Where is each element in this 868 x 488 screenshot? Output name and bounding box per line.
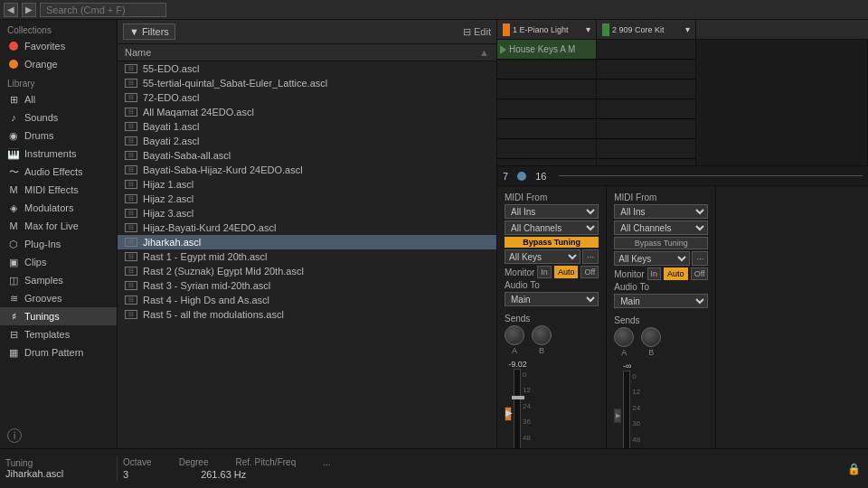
list-item[interactable]: ⊟Bayati-Saba-Hijaz-Kurd 24EDO.ascl [118, 163, 496, 177]
sidebar-item-drums[interactable]: ◉ Drums [0, 127, 117, 145]
list-item[interactable]: ⊟Rast 5 - all the modulations.ascl [118, 307, 496, 322]
clip-slot-2-6[interactable] [597, 139, 695, 159]
send-b-knob-1[interactable] [532, 325, 552, 345]
list-item[interactable]: ⊟Rast 1 - Egypt mid 20th.ascl [118, 249, 496, 264]
clip-slot-2-5[interactable] [597, 119, 695, 139]
browser-panel: ▼ Filters ⊟ Edit Name ▲ ⊟55-EDO.ascl⊟55-… [118, 20, 497, 448]
sidebar-item-all[interactable]: ⊞ All [0, 90, 117, 108]
clip-slot-2-4[interactable] [597, 99, 695, 119]
keys-select-1[interactable]: All Keys [505, 249, 580, 264]
list-item[interactable]: ⊟72-EDO.ascl [118, 90, 496, 105]
list-item[interactable]: ⊟Hijaz-Bayati-Kurd 24EDO.ascl [118, 221, 496, 235]
sidebar-item-favorites[interactable]: Favorites [0, 37, 117, 55]
sidebar-item-tunings[interactable]: ♯ Tunings [0, 307, 117, 325]
list-item[interactable]: ⊟Bayati 1.ascl [118, 119, 496, 134]
midi-source-select-2[interactable]: All Ins [614, 204, 708, 219]
sidebar-item-plug-ins[interactable]: ⬡ Plug-Ins [0, 235, 117, 253]
edit-button[interactable]: ⊟ Edit [463, 26, 491, 38]
sidebar-item-midi-effects[interactable]: M MIDI Effects [0, 181, 117, 199]
sidebar-item-label: Drum Pattern [24, 347, 83, 358]
sidebar-item-drum-pattern[interactable]: ▦ Drum Pattern [0, 343, 117, 361]
clip-icon: ▣ [7, 256, 20, 268]
list-item[interactable]: ⊟Rast 2 (Suznak) Egypt Mid 20th.ascl [118, 264, 496, 278]
nav-buttons: ◀ ▶ [4, 3, 36, 17]
clip-slot-1-6[interactable] [497, 139, 596, 159]
fader-play-button-1[interactable]: ▶ [505, 407, 512, 421]
list-item[interactable]: ⊟Hijaz 1.ascl [118, 177, 496, 192]
list-item[interactable]: ⊟Bayati-Saba-all.ascl [118, 148, 496, 163]
sidebar-item-clips[interactable]: ▣ Clips [0, 253, 117, 271]
sidebar-item-max-for-live[interactable]: M Max for Live [0, 217, 117, 235]
browser-header: ▼ Filters ⊟ Edit [118, 20, 496, 44]
list-item[interactable]: ⊟55-tertial-quintal_Sabat-Euler_Lattice.… [118, 76, 496, 90]
fader-track-1[interactable] [514, 369, 521, 448]
monitor-off-button-1[interactable]: Off [580, 266, 599, 278]
clip-slot-1-2[interactable] [497, 60, 596, 80]
filters-button[interactable]: ▼ Filters [123, 23, 175, 40]
audio-to-label-2: Audio To [614, 282, 649, 292]
sidebar-item-label: Modulators [24, 202, 73, 213]
keys-select-2[interactable]: All Keys [614, 251, 690, 266]
monitor-in-button-2[interactable]: In [647, 267, 662, 280]
track-dropdown-icon-2[interactable]: ▾ [685, 24, 690, 34]
midi-channel-select-1[interactable]: All Channels [505, 221, 599, 235]
monitor-auto-button-1[interactable]: Auto [554, 266, 579, 278]
sidebar-item-modulators[interactable]: ◈ Modulators [0, 199, 117, 217]
list-item[interactable]: ⊟55-EDO.ascl [118, 61, 496, 76]
bypass-tuning-button-1[interactable]: Bypass Tuning [505, 237, 599, 248]
list-item[interactable]: ⊟Jiharkah.ascl [118, 235, 496, 249]
clip-slot-1-5[interactable] [497, 119, 596, 139]
forward-button[interactable]: ▶ [22, 3, 36, 17]
clip-slot-2-1[interactable] [597, 40, 695, 60]
file-icon: ⊟ [125, 310, 137, 319]
send-a-label-2: A [621, 348, 627, 357]
sidebar-item-templates[interactable]: ⊟ Templates [0, 325, 117, 343]
bypass-tuning-button-2[interactable]: Bypass Tuning [614, 237, 708, 249]
fader-track-2[interactable] [623, 371, 630, 448]
list-item[interactable]: ⊟Hijaz 2.ascl [118, 192, 496, 206]
more-button[interactable]: ... [323, 457, 330, 467]
file-name: 55-EDO.ascl [143, 63, 199, 74]
send-b-knob-2[interactable] [641, 327, 661, 347]
track-dropdown-icon-1[interactable]: ▾ [586, 24, 590, 34]
sidebar-item-sounds[interactable]: ♪ Sounds [0, 108, 117, 127]
list-item[interactable]: ⊟All Maqamat 24EDO.ascl [118, 105, 496, 119]
fader-col-2: -∞ ▶ 0 12 24 36 48 [614, 361, 640, 448]
list-item[interactable]: ⊟Hijaz 3.ascl [118, 206, 496, 221]
fader-thumb-1[interactable] [512, 396, 524, 399]
sidebar-item-audio-effects[interactable]: 〜 Audio Effects [0, 163, 117, 181]
keys-more-button-1[interactable]: ··· [582, 249, 599, 264]
info-button[interactable]: i [7, 428, 22, 443]
midi-channel-select-2[interactable]: All Channels [614, 221, 708, 235]
sidebar-item-orange[interactable]: Orange [0, 55, 117, 73]
list-item[interactable]: ⊟Rast 3 - Syrian mid-20th.ascl [118, 278, 496, 293]
midi-source-select-1[interactable]: All Ins [505, 204, 599, 219]
main-area: Collections Favorites Orange Library ⊞ A… [0, 20, 868, 448]
send-b-group-2: B [641, 327, 661, 357]
sidebar-item-samples[interactable]: ◫ Samples [0, 271, 117, 289]
clip-slot-1-4[interactable] [497, 99, 596, 119]
clip-slot-2-2[interactable] [597, 60, 695, 80]
search-input[interactable] [40, 3, 166, 17]
sidebar-item-grooves[interactable]: ≋ Grooves [0, 289, 117, 307]
monitor-auto-button-2[interactable]: Auto [664, 267, 688, 280]
fader-play-button-2[interactable]: ▶ [614, 408, 621, 423]
list-item[interactable]: ⊟Bayati 2.ascl [118, 134, 496, 148]
fader-track-group-1: ▶ 0 12 24 36 48 60 [505, 369, 531, 448]
clip-slot-1-1[interactable]: House Keys A M [497, 40, 596, 60]
browser-list[interactable]: ⊟55-EDO.ascl⊟55-tertial-quintal_Sabat-Eu… [118, 61, 496, 448]
list-item[interactable]: ⊟Rast 4 - High Ds and As.ascl [118, 293, 496, 307]
keys-more-button-2[interactable]: ··· [692, 251, 708, 266]
audio-to-select-2[interactable]: Main [614, 294, 708, 308]
sidebar-item-instruments[interactable]: 🎹 Instruments [0, 145, 117, 163]
send-a-knob-1[interactable] [505, 325, 524, 345]
back-button[interactable]: ◀ [4, 3, 18, 17]
monitor-in-button-1[interactable]: In [537, 266, 552, 278]
audio-to-select-1[interactable]: Main [505, 292, 599, 306]
clip-slot-1-3[interactable] [497, 80, 596, 99]
send-a-knob-2[interactable] [614, 327, 634, 347]
monitor-off-button-2[interactable]: Off [691, 267, 709, 280]
clip-area: House Keys A M [497, 40, 868, 166]
fader-track-group-2: ▶ 0 12 24 36 48 60 [614, 371, 640, 448]
clip-slot-2-3[interactable] [597, 80, 695, 99]
